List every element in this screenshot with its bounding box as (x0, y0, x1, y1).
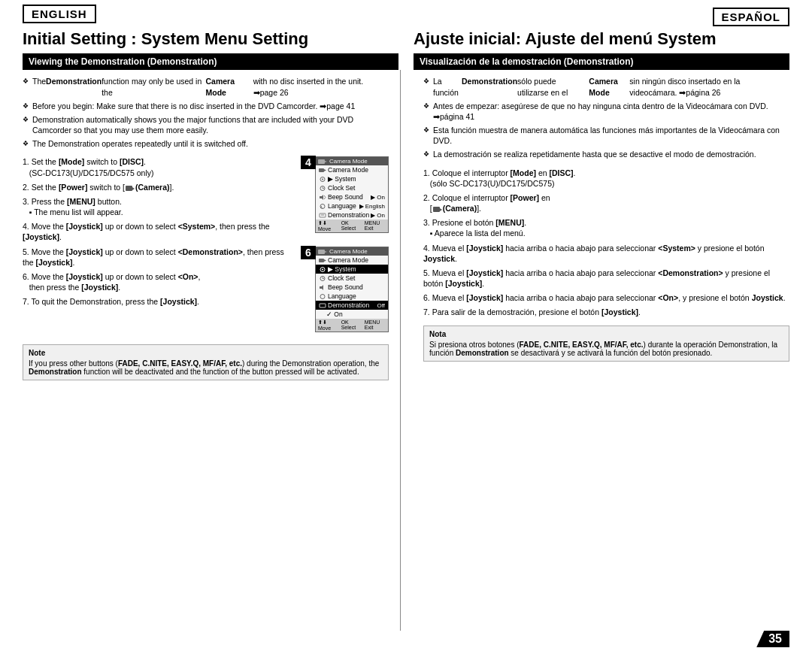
bullet-1: The Demonstration function may only be u… (23, 76, 389, 97)
screen-4-lang-val: ▶ English (359, 203, 385, 210)
svg-rect-29 (320, 304, 326, 307)
col-right-espanol: La función Demonstration sólo puede util… (416, 70, 789, 631)
screen-4-item-demo: Demonstration ▶ On (316, 210, 388, 220)
note-box-right: Nota Si presiona otros botones (FADE, C.… (423, 326, 789, 362)
main-title-english: Initial Setting : System Menu Setting (23, 29, 308, 48)
screen-4-lang-label: Language (328, 202, 356, 210)
screen-4-cammode-label: Camera Mode (328, 166, 368, 174)
section-header-right: Visualización de la demostración (Demons… (414, 53, 789, 70)
screen-6-system-label: ▶ System (328, 265, 356, 273)
bullet-2: Before you begin: Make sure that there i… (23, 101, 389, 111)
step-4: 4. Move the [Joystick] up or down to sel… (23, 221, 291, 242)
step-7: 7. To quit the Demonstration, press the … (23, 296, 291, 307)
screen-4-item-system: ▶ System (316, 174, 388, 183)
screen-6-item-demo: Demonstration Off (316, 301, 388, 310)
step-6: 6. Move the [Joystick] up or down to sel… (23, 271, 291, 292)
main-titles: Initial Setting : System Menu Setting Aj… (0, 26, 812, 53)
step-3: 3. Press the [MENU] button. ▪ The menu l… (23, 196, 291, 217)
screen-4-header: Camera Mode (316, 157, 388, 165)
screen-6-item-system: ▶ System (316, 265, 388, 274)
section-header-left: Viewing the Demonstration (Demonstration… (23, 53, 398, 70)
screen-4-item-cammode: Camera Mode (316, 165, 388, 174)
step-5: 5. Move the [Joystick] up or down to sel… (23, 247, 291, 268)
screen-4-item-lang: A Language ▶ English (316, 201, 388, 210)
steps-list-left: 1. Set the [Mode] switch to [DISC]. (SC-… (23, 156, 291, 338)
step-es-5: 5. Mueva el [Joystick] hacia arriba o ha… (423, 268, 789, 289)
screen-6-num: 6 (301, 246, 316, 259)
note-text-right: Si presiona otros botones (FADE, C.NITE,… (429, 341, 783, 357)
steps-list-right: 1. Coloque el interruptor [Mode] en [DIS… (423, 168, 789, 318)
title-left: Initial Setting : System Menu Setting (23, 29, 398, 49)
svg-marker-1 (132, 187, 135, 190)
screen-4: 4 Camera Mode Camera Mode ▶ System (315, 156, 389, 233)
note-title-left: Note (29, 349, 383, 357)
svg-marker-31 (440, 208, 442, 211)
screen-4-demo-label: Demonstration (328, 211, 369, 219)
svg-text:A: A (320, 204, 323, 208)
page-number: 35 (756, 631, 789, 647)
svg-marker-11 (320, 195, 323, 200)
svg-marker-3 (325, 161, 327, 162)
screen-6-on-label: ✓ On (326, 310, 343, 318)
bullet-3: Demonstration automatically shows you th… (23, 114, 389, 135)
lang-left: ENGLISH (23, 8, 406, 26)
content-area: The Demonstration function may only be u… (0, 70, 812, 631)
svg-line-12 (324, 195, 326, 198)
svg-marker-19 (325, 251, 327, 253)
screen-6: 6 Camera Mode Camera Mode ▶ System (315, 247, 389, 332)
screen-4-system-label: ▶ System (328, 175, 356, 183)
svg-rect-30 (433, 207, 440, 212)
svg-rect-20 (319, 259, 324, 262)
screen-4-demo-val: ▶ On (371, 212, 385, 219)
svg-rect-18 (318, 250, 325, 254)
screen-6-item-lang: Language (316, 292, 388, 301)
note-title-right: Nota (429, 330, 783, 338)
screen-4-beep-val: ▶ On (371, 194, 385, 201)
screen-6-item-clockset: Clock Set (316, 274, 388, 283)
svg-marker-5 (324, 169, 326, 171)
screen-6-footer: ⬆⬇ Move OK Select MENU Exit (316, 319, 388, 332)
steps-area-left: 1. Set the [Mode] switch to [DISC]. (SC-… (23, 156, 389, 338)
step-2: 2. Set the [Power] switch to [(Camera)]. (23, 182, 291, 192)
screen-6-beep-label: Beep Sound (328, 283, 363, 291)
screen-6-clockset-label: Clock Set (328, 274, 355, 282)
note-box-left: Note If you press other buttons (FADE, C… (23, 344, 389, 380)
main-title-espanol: Ajuste inicial: Ajuste del menú System (414, 29, 717, 48)
step-es-2: 2. Coloque el interruptor [Power] en [(C… (423, 192, 789, 213)
bullet-es-1: La función Demonstration sólo puede util… (423, 76, 789, 97)
title-right: Ajuste inicial: Ajuste del menú System (398, 29, 789, 49)
screen-6-title: Camera Mode (329, 248, 368, 255)
screen-area: 4 Camera Mode Camera Mode ▶ System (298, 156, 389, 338)
svg-line-13 (324, 197, 326, 199)
screen-6-item-beep: Beep Sound (316, 283, 388, 292)
screen-4-beep-label: Beep Sound (328, 193, 363, 201)
espanol-bullets: La función Demonstration sólo puede util… (423, 76, 789, 159)
step-es-3: 3. Presione el botón [MENU]. ▪ Aparece l… (423, 217, 789, 238)
bullet-es-3: Esta función muestra de manera automátic… (423, 125, 789, 146)
bullet-es-2: Antes de empezar: asegúrese de que no ha… (423, 101, 789, 122)
svg-point-7 (322, 178, 323, 180)
svg-marker-21 (324, 259, 326, 262)
screen-6-item-on: ✓ On (316, 310, 388, 319)
step-es-4: 4. Mueva el [Joystick] hacia arriba o ha… (423, 243, 789, 264)
screen-4-num: 4 (301, 156, 316, 169)
step-es-6: 6. Mueva el [Joystick] hacia arriba o ha… (423, 292, 789, 303)
note-text-left: If you press other buttons (FADE, C.NITE… (29, 359, 383, 376)
screen-6-header: Camera Mode (316, 247, 388, 256)
bullet-es-4: La demostración se realiza repetidamente… (423, 149, 789, 159)
screen-4-clockset-label: Clock Set (328, 184, 355, 192)
page: ENGLISH ESPAÑOL Initial Setting : System… (0, 0, 812, 651)
screen-6-lang-label: Language (328, 292, 356, 300)
step-1: 1. Set the [Mode] switch to [DISC]. (SC-… (23, 156, 291, 177)
espanol-badge: ESPAÑOL (713, 8, 789, 26)
svg-marker-27 (320, 285, 323, 290)
lang-header: ENGLISH ESPAÑOL (0, 0, 812, 26)
page-num-area: 35 (0, 631, 812, 651)
step-es-1: 1. Coloque el interruptor [Mode] en [DIS… (423, 168, 789, 189)
svg-point-23 (322, 268, 323, 270)
svg-rect-0 (126, 186, 132, 191)
bullet-4: The Demonstration operates repeatedly un… (23, 138, 389, 149)
screen-4-item-clockset: Clock Set (316, 183, 388, 192)
svg-rect-16 (320, 213, 326, 217)
section-headers: Viewing the Demonstration (Demonstration… (0, 53, 812, 70)
